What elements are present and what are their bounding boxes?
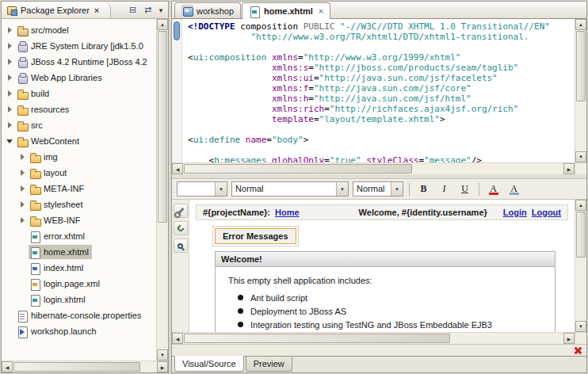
scroll-left-icon[interactable]: ◀ — [2, 361, 13, 372]
visual-canvas[interactable]: #{projectName}: Home Welcome, #{identity… — [189, 200, 575, 332]
logout-link[interactable]: Logout — [532, 208, 561, 217]
package-explorer-view-tab[interactable]: Package Explorer × — [2, 2, 111, 18]
highlight-color-button[interactable]: A — [506, 181, 522, 197]
tree-expander-icon[interactable] — [17, 215, 29, 227]
scrollbar-thumb[interactable] — [13, 362, 140, 372]
tree-item-build[interactable]: build — [2, 86, 156, 101]
scrollbar-track[interactable] — [13, 361, 157, 372]
tree-expander-icon[interactable] — [4, 40, 16, 52]
view-menu-icon[interactable]: ▾ — [156, 3, 166, 17]
tree-item-src-model[interactable]: src/model — [2, 22, 156, 38]
xhtml-icon — [29, 231, 41, 242]
tree-item-layout[interactable]: layout — [2, 165, 156, 181]
chevron-down-icon[interactable]: ▼ — [215, 182, 227, 196]
scroll-down-icon[interactable]: ▼ — [157, 349, 168, 361]
tree-item-hibernate-console-properties[interactable]: hibernate-console.properties — [2, 307, 156, 323]
scroll-left-icon[interactable]: ◀ — [172, 333, 183, 344]
home-link[interactable]: Home — [275, 208, 300, 217]
tab-workshop[interactable]: workshop — [174, 2, 241, 18]
tree-item-web-inf[interactable]: WEB-INF — [2, 212, 156, 228]
scroll-up-icon[interactable]: ▲ — [575, 200, 586, 211]
scrollbar-track[interactable] — [575, 211, 586, 321]
tab-home-xhtml[interactable]: home.xhtml × — [242, 2, 330, 19]
bold-button[interactable]: B — [415, 181, 432, 197]
folder-icon — [17, 120, 29, 132]
tab-preview[interactable]: Preview — [246, 357, 292, 372]
tree-item-index-html[interactable]: index.html — [2, 260, 156, 276]
close-tab-icon[interactable]: × — [319, 6, 323, 16]
tree-expander-icon[interactable] — [4, 135, 16, 147]
scroll-up-icon[interactable]: ▲ — [575, 19, 586, 30]
tree-expander-icon[interactable] — [17, 167, 29, 179]
tree-item-jboss-4-2-runtime-jboss-4-2[interactable]: JBoss 4.2 Runtime [JBoss 4.2 — [2, 54, 156, 70]
tree-item-login-page-xml[interactable]: login.page.xml — [2, 276, 156, 292]
tree-item-resources[interactable]: resources — [2, 101, 156, 117]
tree-vertical-scrollbar[interactable]: ▲ ▼ — [156, 19, 168, 361]
scrollbar-corner — [575, 333, 586, 344]
italic-button[interactable]: I — [436, 181, 452, 197]
tree-item-meta-inf[interactable]: META-INF — [2, 181, 156, 197]
scrollbar-thumb[interactable] — [184, 164, 412, 174]
font-size-select[interactable]: Normal ▼ — [353, 181, 403, 197]
tree-expander-icon[interactable] — [4, 25, 16, 36]
font-family-select[interactable]: Normal ▼ — [231, 181, 349, 197]
tree-expander-icon[interactable] — [4, 120, 16, 132]
scrollbar-track[interactable] — [183, 333, 563, 344]
tree-item-home-xhtml[interactable]: home.xhtml — [2, 244, 156, 260]
tree-item-login-xhtml[interactable]: login.xhtml — [2, 292, 156, 307]
tree-horizontal-scrollbar[interactable]: ◀ ▶ — [2, 361, 168, 372]
scroll-up-icon[interactable]: ▲ — [157, 19, 168, 30]
block-format-select[interactable]: ▼ — [177, 181, 227, 197]
tree-indent — [4, 326, 16, 338]
scroll-down-icon[interactable]: ▼ — [575, 321, 586, 332]
collapse-all-icon[interactable]: ⊟ — [126, 3, 139, 17]
tree-item-content: home.xhtml — [29, 245, 92, 259]
tree-item-img[interactable]: img — [2, 149, 156, 165]
tree-expander-icon[interactable] — [4, 56, 16, 68]
chevron-down-icon[interactable]: ▼ — [336, 182, 348, 196]
tree-item-src[interactable]: src — [2, 117, 156, 133]
scroll-down-icon[interactable]: ▼ — [575, 151, 586, 162]
scroll-right-icon[interactable]: ▶ — [563, 333, 575, 344]
login-link[interactable]: Login — [503, 208, 527, 217]
zoom-icon[interactable] — [174, 239, 188, 253]
scroll-left-icon[interactable]: ◀ — [172, 163, 183, 174]
refresh-icon[interactable] — [174, 221, 188, 235]
tree-item-web-app-libraries[interactable]: Web App Libraries — [2, 70, 156, 86]
editor-vertical-scrollbar[interactable]: ▲ ▼ — [575, 19, 586, 162]
canvas-vertical-scrollbar[interactable]: ▲ ▼ — [575, 200, 586, 332]
annotation-ruler[interactable] — [172, 19, 182, 162]
scrollbar-track[interactable] — [183, 163, 563, 174]
code-content[interactable]: <!DOCTYPE composition PUBLIC "-//W3C//DT… — [182, 19, 575, 162]
scrollbar-track[interactable] — [157, 30, 168, 349]
scroll-right-icon[interactable]: ▶ — [157, 361, 168, 372]
scrollbar-track[interactable] — [575, 30, 586, 151]
tree-item-workshop-launch[interactable]: workshop.launch — [2, 323, 156, 339]
chevron-down-icon[interactable]: ▼ — [391, 182, 403, 196]
scrollbar-thumb[interactable] — [184, 334, 450, 343]
canvas-horizontal-scrollbar[interactable]: ◀ ▶ — [172, 332, 586, 344]
tree-expander-icon[interactable] — [17, 199, 29, 211]
tree-expander-icon[interactable] — [17, 151, 29, 163]
font-color-button[interactable]: A — [485, 181, 502, 197]
tree-expander-icon[interactable] — [4, 88, 16, 100]
preferences-icon[interactable] — [174, 204, 188, 218]
tree-item-webcontent[interactable]: WebContent — [2, 133, 156, 149]
link-with-editor-icon[interactable]: ⇄ — [141, 3, 155, 17]
tree-item-stylesheet[interactable]: stylesheet — [2, 197, 156, 212]
tree-item-error-xhtml[interactable]: error.xhtml — [2, 228, 156, 244]
scrollbar-thumb[interactable] — [576, 212, 586, 258]
close-view-icon[interactable]: × — [94, 6, 99, 15]
error-indicator-icon[interactable] — [574, 346, 582, 355]
underline-button[interactable]: U — [456, 181, 473, 197]
tree-item-jre-system-library-jdk1-5-0[interactable]: JRE System Library [jdk1.5.0 — [2, 38, 156, 54]
editor-horizontal-scrollbar[interactable]: ◀ ▶ — [172, 162, 586, 174]
scrollbar-thumb[interactable] — [576, 31, 586, 101]
error-messages-placeholder[interactable]: Error Messages — [215, 228, 296, 244]
tree-expander-icon[interactable] — [4, 104, 16, 116]
tree-expander-icon[interactable] — [4, 72, 16, 84]
tab-visual-source[interactable]: Visual/Source — [174, 356, 244, 372]
tree-expander-icon[interactable] — [17, 183, 29, 195]
scroll-right-icon[interactable]: ▶ — [563, 163, 575, 174]
scrollbar-thumb[interactable] — [158, 31, 167, 223]
